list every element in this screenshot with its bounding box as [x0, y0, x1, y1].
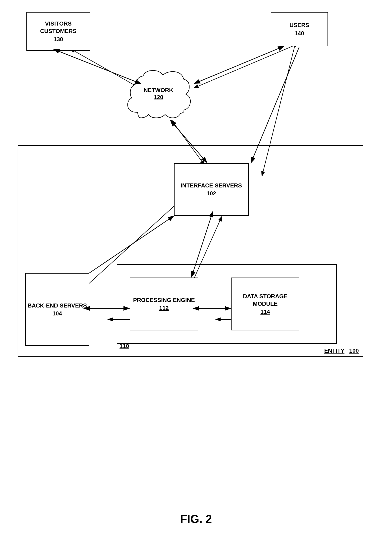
visitors-customers-box: VISITORS CUSTOMERS 130 [26, 12, 90, 51]
users-box: USERS 140 [271, 12, 328, 46]
users-label: USERS [289, 22, 309, 29]
svg-line-3 [194, 45, 295, 88]
network-cloud: NETWORK 120 [117, 62, 200, 126]
interface-servers-number: 102 [206, 190, 216, 197]
data-storage-box: DATA STORAGE MODULE 114 [231, 278, 299, 330]
network-number: 120 [154, 94, 163, 100]
backend-servers-box: BACK-END SERVERS 104 [25, 273, 89, 346]
visitors-customers-number: 130 [54, 36, 63, 43]
processing-engine-label: PROCESSING ENGINE [133, 296, 195, 304]
interface-servers-box: INTERFACE SERVERS 102 [174, 163, 249, 216]
data-storage-label: DATA STORAGE MODULE [231, 293, 299, 308]
network-label: NETWORK [144, 87, 173, 93]
entity-number: 100 [349, 347, 359, 354]
data-storage-number: 114 [260, 308, 270, 315]
backend-servers-label: BACK-END SERVERS [28, 302, 87, 309]
engine-group-number: 110 [119, 343, 129, 349]
backend-servers-number: 104 [52, 310, 62, 317]
entity-text: ENTITY [324, 347, 344, 354]
entity-label: ENTITY 100 [324, 347, 359, 354]
processing-engine-number: 112 [159, 305, 168, 311]
processing-engine-box: PROCESSING ENGINE 112 [130, 278, 198, 330]
users-number: 140 [294, 30, 304, 37]
interface-servers-label: INTERFACE SERVERS [181, 182, 242, 189]
svg-line-13 [199, 46, 284, 81]
visitors-customers-label: VISITORS CUSTOMERS [27, 20, 90, 35]
network-text: NETWORK 120 [144, 86, 173, 101]
figure-label: FIG. 2 [180, 512, 212, 526]
